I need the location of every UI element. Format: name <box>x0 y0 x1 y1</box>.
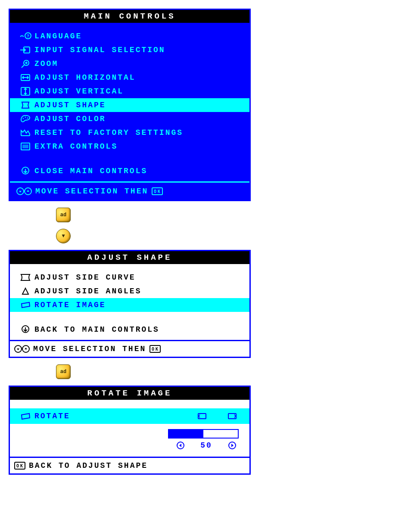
svg-text:OK: OK <box>16 464 24 468</box>
menu-item-side-curve[interactable]: ADJUST SIDE CURVE <box>16 271 243 284</box>
color-icon <box>16 114 34 124</box>
menu-item-side-angles[interactable]: ADJUST SIDE ANGLES <box>16 284 243 298</box>
updown-icon <box>14 345 30 353</box>
rotate-title: ROTATE IMAGE <box>10 387 249 400</box>
ok-glyph: ad <box>60 212 66 218</box>
physical-ok-button-2[interactable]: ad <box>56 364 71 379</box>
menu-item-adjust-shape[interactable]: ADJUST SHAPE <box>10 98 249 112</box>
menu-item-language[interactable]: ? LANGUAGE <box>16 29 243 43</box>
menu-label: RESET TO FACTORY SETTINGS <box>34 128 243 137</box>
angle-icon <box>16 287 34 296</box>
menu-item-zoom[interactable]: ZOOM <box>16 57 243 71</box>
svg-point-9 <box>23 118 24 119</box>
main-controls-panel: MAIN CONTROLS ? LANGUAGE INPUT SIGNAL SE… <box>9 9 251 201</box>
shape-title: ADJUST SHAPE <box>10 251 249 264</box>
hint-text: MOVE SELECTION THEN <box>33 345 146 353</box>
menu-item-back-main[interactable]: BACK TO MAIN CONTROLS <box>16 323 243 336</box>
menu-item-extra[interactable]: EXTRA CONTROLS <box>16 140 243 153</box>
rotate-label: ROTATE <box>34 412 70 420</box>
language-icon: ? <box>16 31 34 41</box>
rotate-icon <box>16 411 34 421</box>
main-menu-body: ? LANGUAGE INPUT SIGNAL SELECTION ZOOM A… <box>10 23 249 181</box>
menu-item-reset[interactable]: RESET TO FACTORY SETTINGS <box>16 126 243 140</box>
reset-icon <box>16 128 34 137</box>
svg-point-11 <box>27 118 28 118</box>
input-icon <box>16 45 34 55</box>
physical-down-button[interactable]: ▼ <box>56 229 71 243</box>
slider-row <box>16 426 243 441</box>
menu-label: CLOSE MAIN CONTROLS <box>34 167 243 175</box>
close-icon <box>16 166 34 176</box>
svg-text:OK: OK <box>152 347 159 352</box>
menu-label: ADJUST SIDE CURVE <box>34 273 243 282</box>
right-arrow-icon[interactable] <box>228 441 237 450</box>
menu-label: ZOOM <box>34 59 243 68</box>
svg-text:?: ? <box>27 34 31 39</box>
back-text: BACK TO ADJUST SHAPE <box>29 461 148 470</box>
physical-ok-button[interactable]: ad <box>56 208 71 222</box>
left-arrow-icon[interactable] <box>176 441 185 450</box>
main-hint-bar: MOVE SELECTION THEN OK <box>10 181 249 200</box>
hint-text: MOVE SELECTION THEN <box>35 187 148 196</box>
shape-hint-bar: MOVE SELECTION THEN OK <box>10 340 249 357</box>
menu-item-adjust-horizontal[interactable]: ADJUST HORIZONTAL <box>16 71 243 84</box>
rotate-body: ROTATE 50 <box>10 400 249 457</box>
menu-label: EXTRA CONTROLS <box>34 142 243 151</box>
back-icon <box>16 325 34 334</box>
horizontal-icon <box>16 73 34 82</box>
adjust-shape-panel: ADJUST SHAPE ADJUST SIDE CURVE ADJUST SI… <box>9 250 251 358</box>
menu-item-adjust-vertical[interactable]: ADJUST VERTICAL <box>16 84 243 98</box>
menu-label: BACK TO MAIN CONTROLS <box>34 325 243 334</box>
menu-label: ADJUST VERTICAL <box>34 87 243 96</box>
rotate-value: 50 <box>198 441 215 450</box>
extra-icon <box>16 142 34 151</box>
ok-icon: OK <box>14 462 25 470</box>
menu-label: ADJUST SIDE ANGLES <box>34 287 243 296</box>
menu-item-rotate-image[interactable]: ROTATE IMAGE <box>10 298 249 312</box>
rotate-icon <box>16 301 34 309</box>
rotate-image-panel: ROTATE IMAGE ROTATE <box>9 386 251 475</box>
svg-point-10 <box>25 117 26 118</box>
curve-icon <box>16 273 34 282</box>
menu-item-adjust-color[interactable]: ADJUST COLOR <box>16 112 243 126</box>
svg-line-4 <box>22 65 24 68</box>
rotate-cw-icon <box>226 411 239 421</box>
menu-label: LANGUAGE <box>34 32 243 40</box>
down-glyph: ▼ <box>62 233 65 239</box>
rotate-ccw-icon <box>196 411 209 421</box>
menu-label: ROTATE IMAGE <box>34 301 243 309</box>
menu-label: ADJUST SHAPE <box>34 101 243 109</box>
menu-label: INPUT SIGNAL SELECTION <box>34 46 243 54</box>
menu-item-close[interactable]: CLOSE MAIN CONTROLS <box>16 164 243 178</box>
main-title: MAIN CONTROLS <box>10 10 249 23</box>
vertical-icon <box>16 87 34 96</box>
menu-label: ADJUST COLOR <box>34 115 243 123</box>
rotate-slider[interactable] <box>168 429 239 439</box>
rotate-hint-bar: OK BACK TO ADJUST SHAPE <box>10 457 249 473</box>
updown-icon <box>16 187 32 196</box>
ok-glyph: ad <box>60 369 66 375</box>
menu-item-input[interactable]: INPUT SIGNAL SELECTION <box>16 43 243 57</box>
ok-icon: OK <box>152 187 163 195</box>
value-row: 50 <box>16 441 243 453</box>
zoom-icon <box>16 59 34 68</box>
shape-menu-body: ADJUST SIDE CURVE ADJUST SIDE ANGLES ROT… <box>10 264 249 340</box>
menu-label: ADJUST HORIZONTAL <box>34 73 243 82</box>
svg-text:OK: OK <box>154 189 162 194</box>
slider-fill <box>169 430 203 438</box>
rotate-row[interactable]: ROTATE <box>10 408 249 424</box>
ok-icon: OK <box>149 345 161 353</box>
shape-icon <box>16 100 34 110</box>
